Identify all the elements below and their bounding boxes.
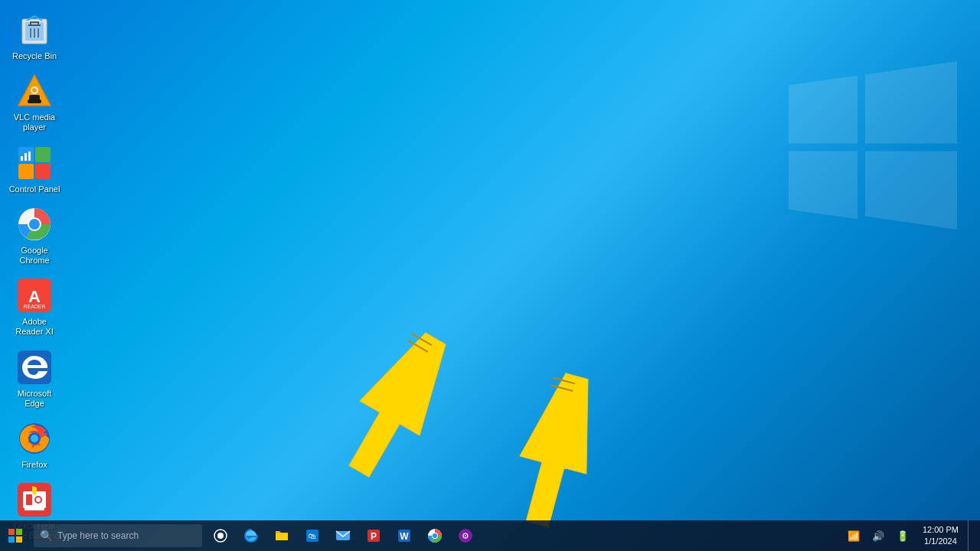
svg-text:W: W — [400, 531, 409, 542]
svg-rect-13 — [28, 152, 31, 161]
quick-heal-icon — [16, 481, 53, 518]
search-icon: 🔍 — [40, 530, 53, 542]
svg-line-35 — [550, 385, 573, 391]
desktop-icon-firefox[interactable]: Firefox — [4, 416, 65, 474]
svg-marker-33 — [504, 367, 610, 533]
taskbar-mail[interactable] — [328, 520, 358, 551]
control-panel-icon — [16, 145, 53, 181]
svg-rect-36 — [8, 529, 15, 535]
svg-rect-4 — [28, 99, 41, 103]
start-button[interactable] — [0, 520, 31, 551]
chrome-label: Google Chrome — [8, 246, 61, 266]
search-placeholder: Type here to search — [57, 530, 139, 541]
svg-text:⚙: ⚙ — [462, 531, 469, 540]
clock-date: 1/1/2024 — [924, 536, 957, 547]
taskbar-clock[interactable]: 12:00 PM 1/1/2024 — [916, 520, 965, 551]
chrome-icon — [16, 206, 53, 243]
svg-point-28 — [36, 497, 41, 502]
svg-rect-38 — [8, 536, 15, 543]
taskbar-app-icons: 🛍 P W — [205, 520, 837, 551]
system-tray: 📶 🔊 🔋 12:00 PM 1/1/2024 — [837, 520, 980, 551]
svg-rect-12 — [24, 153, 27, 161]
svg-marker-30 — [345, 321, 466, 488]
desktop-icon-control-panel[interactable]: Control Panel — [4, 141, 65, 198]
svg-rect-11 — [21, 156, 23, 161]
svg-rect-10 — [35, 164, 51, 179]
vlc-icon — [16, 73, 53, 109]
svg-rect-37 — [16, 529, 22, 535]
taskbar-chrome[interactable] — [420, 520, 450, 551]
show-desktop-button[interactable] — [968, 520, 974, 551]
taskbar-edge[interactable] — [236, 520, 266, 551]
firefox-icon — [16, 420, 53, 457]
taskbar-extra-app[interactable]: ⚙ — [450, 520, 481, 551]
svg-text:🛍: 🛍 — [309, 532, 316, 540]
desktop-icon-edge[interactable]: Microsoft Edge — [4, 345, 65, 412]
desktop: Recycle Bin VLC media player — [0, 0, 980, 551]
svg-point-6 — [32, 88, 37, 93]
svg-rect-26 — [26, 494, 32, 505]
desktop-icon-recycle-bin[interactable]: Recycle Bin — [4, 8, 65, 65]
svg-line-32 — [408, 341, 428, 352]
control-panel-label: Control Panel — [9, 184, 60, 194]
svg-text:READER: READER — [23, 304, 45, 309]
edge-icon — [16, 349, 53, 386]
tray-volume-icon[interactable]: 🔊 — [867, 520, 889, 551]
tray-network-icon[interactable]: 📶 — [843, 520, 864, 551]
tray-battery-icon[interactable]: 🔋 — [892, 520, 913, 551]
svg-line-31 — [412, 334, 432, 345]
taskbar-file-explorer[interactable] — [266, 520, 297, 551]
taskbar-powerpoint[interactable]: P — [358, 520, 389, 551]
taskbar-word[interactable]: W — [389, 520, 420, 551]
firefox-label: Firefox — [21, 460, 47, 470]
svg-rect-8 — [35, 147, 51, 162]
svg-text:P: P — [371, 531, 377, 542]
recycle-bin-label: Recycle Bin — [12, 51, 57, 61]
desktop-icon-chrome[interactable]: Google Chrome — [4, 202, 65, 269]
clock-time: 12:00 PM — [923, 524, 959, 536]
svg-line-34 — [553, 378, 575, 384]
windows-watermark — [789, 46, 957, 245]
vlc-label: VLC media player — [8, 112, 61, 132]
desktop-icon-vlc[interactable]: VLC media player — [4, 69, 65, 136]
adobe-label: Adobe Reader XI — [8, 317, 61, 337]
desktop-icons-container: Recycle Bin VLC media player — [0, 0, 69, 551]
svg-point-16 — [29, 219, 40, 230]
svg-point-51 — [433, 533, 437, 538]
svg-rect-9 — [18, 164, 34, 179]
adobe-reader-icon: A READER — [16, 277, 53, 314]
svg-point-23 — [31, 435, 38, 442]
taskbar-store[interactable]: 🛍 — [297, 520, 328, 551]
taskbar: 🔍 Type here to search — [0, 520, 980, 551]
svg-rect-29 — [24, 508, 44, 510]
recycle-bin-icon — [16, 11, 53, 48]
taskbar-search-bar[interactable]: 🔍 Type here to search — [34, 524, 202, 547]
svg-rect-39 — [16, 536, 22, 543]
edge-label: Microsoft Edge — [8, 389, 61, 409]
svg-point-41 — [217, 533, 224, 539]
taskbar-task-view[interactable] — [205, 520, 236, 551]
arrows-container — [345, 306, 689, 536]
desktop-icon-adobe[interactable]: A READER Adobe Reader XI — [4, 273, 65, 341]
